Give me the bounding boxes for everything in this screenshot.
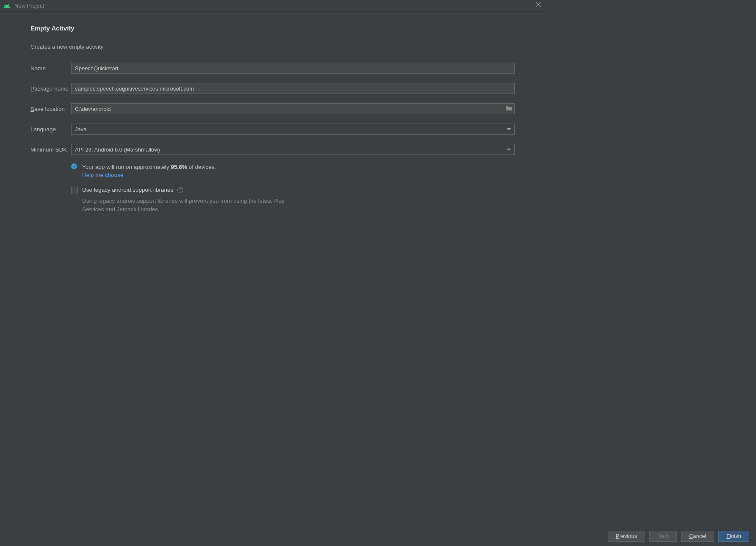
save-location-input[interactable]: [71, 103, 515, 114]
window-title: New Project: [14, 3, 44, 9]
page-title: Empty Activity: [30, 25, 515, 32]
device-coverage-info: i Your app will run on approximately 95.…: [71, 163, 515, 178]
help-me-choose-link[interactable]: Help me choose: [82, 172, 216, 178]
legacy-support-description: Using legacy android.support libraries w…: [82, 197, 294, 214]
page-subtitle: Creates a new empty activity: [30, 44, 515, 50]
android-icon: [3, 3, 10, 9]
minsdk-value: API 23: Android 6.0 (Marshmallow): [75, 146, 160, 153]
language-label: Language: [30, 126, 71, 132]
package-input[interactable]: [71, 83, 515, 94]
package-label: Package name: [30, 85, 71, 92]
save-label: Save location: [30, 106, 71, 112]
info-icon: i: [71, 163, 77, 169]
titlebar: New Project: [0, 0, 545, 12]
name-input[interactable]: [71, 63, 515, 74]
name-label: Name: [30, 65, 71, 72]
language-value: Java: [75, 126, 86, 132]
folder-icon[interactable]: [505, 105, 512, 112]
chevron-down-icon: [507, 149, 511, 151]
minsdk-label: Minimum SDK: [30, 146, 71, 153]
close-icon[interactable]: [535, 2, 541, 8]
language-select[interactable]: Java: [71, 124, 515, 135]
legacy-support-label: Use legacy android.support libraries: [82, 187, 173, 193]
chevron-down-icon: [507, 128, 511, 130]
minimum-sdk-select[interactable]: API 23: Android 6.0 (Marshmallow): [71, 144, 515, 155]
help-icon[interactable]: ?: [177, 187, 183, 193]
content-area: Empty Activity Creates a new empty activ…: [0, 12, 545, 214]
legacy-support-checkbox[interactable]: [71, 187, 78, 193]
coverage-text: Your app will run on approximately 95.6%…: [82, 163, 216, 172]
